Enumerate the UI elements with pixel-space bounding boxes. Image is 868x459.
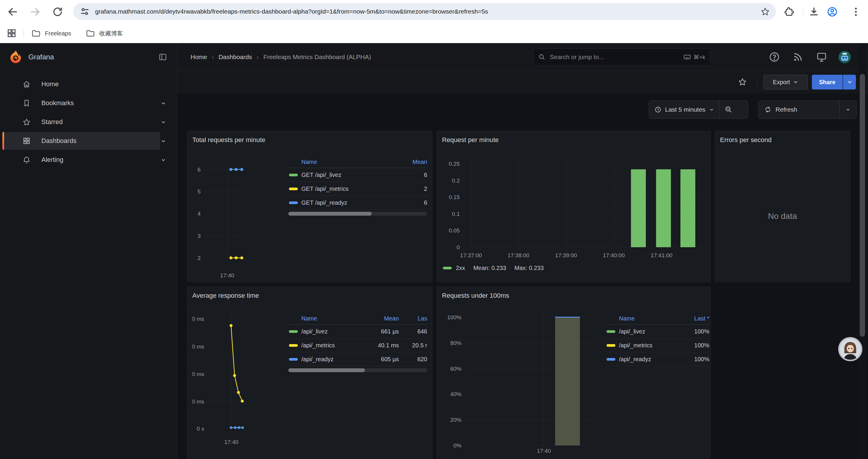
chevron-down-icon[interactable] — [161, 120, 166, 125]
floating-assistant-avatar[interactable] — [840, 338, 861, 360]
table-row[interactable]: /api/_metrics40.1 ms20.5 r — [288, 338, 427, 352]
legend-table[interactable]: NameMeanLas/api/_livez661 µs646/api/_met… — [288, 313, 427, 372]
chevron-down-icon[interactable] — [161, 101, 166, 106]
bookmark-folder-label: Freeleaps — [45, 30, 71, 37]
export-button[interactable]: Export — [764, 75, 808, 90]
sidebar-item-bookmarks[interactable]: Bookmarks — [0, 94, 177, 112]
table-scrollbar[interactable] — [288, 368, 427, 372]
table-header[interactable]: Name — [619, 315, 674, 322]
svg-text:0.2: 0.2 — [452, 177, 460, 184]
series-value: 6 — [395, 172, 427, 178]
series-name: /api/_metrics — [619, 342, 674, 349]
time-range-group: Last 5 minutes — [649, 100, 748, 119]
refresh-interval-button[interactable] — [840, 101, 857, 119]
browser-forward-icon[interactable] — [30, 6, 41, 18]
panel-title[interactable]: Total requests per minute — [192, 136, 265, 144]
legend-table[interactable]: NameMeanGET /api/_livez6GET /api/_metric… — [288, 156, 427, 216]
dashboard-toolbar: Export Share — [177, 71, 868, 93]
series-name: /api/_readyz — [619, 356, 674, 363]
table-header[interactable]: Name — [301, 315, 361, 322]
page-scrollbar[interactable] — [859, 43, 866, 459]
zoom-out-button[interactable] — [720, 101, 737, 119]
browser-menu-icon[interactable] — [850, 6, 862, 18]
sidebar-item-alerting[interactable]: Alerting — [0, 150, 177, 169]
sidebar-toggle-icon[interactable] — [158, 53, 167, 61]
search-input[interactable]: ⌘+k — [533, 48, 710, 66]
legend-table[interactable]: NameLast */api/_livez100%/api/_metrics10… — [606, 313, 709, 366]
scrollbar-thumb[interactable] — [860, 74, 865, 337]
panel-avg-response: Average response time 80 ms60 ms40 ms20 … — [187, 287, 432, 459]
panel-title[interactable]: Average response time — [192, 292, 259, 299]
series-value: 40.1 ms — [361, 342, 399, 349]
table-row[interactable]: /api/_livez661 µs646 — [288, 325, 427, 338]
bookmark-folder-freeleaps[interactable]: Freeleaps — [31, 28, 71, 39]
share-menu-button[interactable] — [843, 75, 856, 90]
apps-grid-icon[interactable] — [6, 28, 17, 38]
series-color-chip — [289, 188, 298, 190]
table-scrollbar[interactable] — [288, 212, 427, 216]
share-button[interactable]: Share — [812, 75, 843, 90]
table-row[interactable]: /api/_metrics100% — [606, 338, 709, 352]
series-value: 620 — [399, 356, 427, 363]
browser-back-icon[interactable] — [7, 6, 18, 18]
svg-text:17:37:00: 17:37:00 — [460, 252, 482, 258]
sidebar-item-label: Dashboards — [41, 131, 76, 150]
chevron-down-icon[interactable] — [161, 138, 166, 144]
table-row[interactable]: GET /api/_readyz6 — [288, 196, 427, 210]
bookmark-star-icon[interactable] — [761, 7, 770, 16]
breadcrumb-current: Freeleaps Metrics Dashboard (ALPHA) — [264, 54, 371, 60]
grafana-logo-icon[interactable] — [8, 50, 23, 64]
browser-reload-icon[interactable] — [52, 6, 63, 18]
panel-title[interactable]: Request per minute — [442, 136, 499, 144]
breadcrumb-dashboards[interactable]: Dashboards — [219, 54, 252, 60]
breadcrumb-home[interactable]: Home — [191, 54, 207, 60]
address-bar[interactable]: grafana.mathmast.com/d/deytv4rwavabkb/fr… — [73, 3, 776, 20]
chevron-down-icon[interactable] — [161, 157, 166, 163]
total-requests-chart: 6543217:40 — [192, 160, 248, 280]
breadcrumb: Home›Dashboards›Freeleaps Metrics Dashbo… — [191, 43, 371, 71]
refresh-button[interactable]: Refresh — [758, 101, 839, 119]
time-range-picker[interactable]: Last 5 minutes — [649, 101, 719, 119]
svg-text:17:39:00: 17:39:00 — [555, 252, 577, 258]
zoom-out-icon — [725, 106, 733, 113]
table-row[interactable]: GET /api/_livez6 — [288, 168, 427, 182]
table-row[interactable]: /api/_readyz100% — [606, 352, 709, 366]
profile-icon[interactable] — [827, 6, 838, 18]
sidebar-item-starred[interactable]: Starred — [0, 112, 177, 131]
favorite-star-icon[interactable] — [738, 77, 747, 86]
table-row[interactable]: GET /api/_metrics2 — [288, 182, 427, 196]
download-icon[interactable] — [808, 6, 819, 18]
svg-text:0.1: 0.1 — [452, 211, 460, 217]
user-avatar[interactable] — [838, 51, 851, 63]
table-header[interactable]: Name — [301, 159, 395, 165]
series-color-chip — [289, 201, 298, 204]
svg-text:17:40: 17:40 — [224, 439, 239, 445]
table-header[interactable]: Last * — [674, 315, 709, 322]
news-rss-icon[interactable] — [793, 52, 804, 63]
bookmark-folder-label: 收藏博客 — [99, 30, 123, 37]
active-accent-bar — [2, 132, 4, 150]
url-text[interactable]: grafana.mathmast.com/d/deytv4rwavabkb/fr… — [95, 8, 761, 15]
table-row[interactable]: /api/_livez100% — [606, 325, 709, 338]
sidebar-item-label: Home — [41, 75, 59, 94]
help-icon[interactable] — [769, 52, 780, 63]
table-header[interactable]: Las — [399, 315, 427, 322]
table-header[interactable]: Mean — [395, 159, 427, 165]
sidebar-item-home[interactable]: Home — [0, 75, 177, 94]
sidebar-item-dashboards[interactable]: Dashboards — [0, 131, 177, 150]
svg-text:4: 4 — [197, 210, 200, 217]
tune-icon[interactable] — [80, 6, 90, 17]
table-header[interactable]: Mean — [361, 315, 399, 322]
legend-2xx[interactable]: 2xx Mean: 0.233 Max: 0.233 — [443, 265, 544, 271]
panel-title[interactable]: Errors per second — [720, 136, 772, 144]
bookmark-folder-blogs[interactable]: 收藏博客 — [86, 28, 123, 39]
no-data-message: No data — [715, 211, 850, 221]
svg-text:0.15: 0.15 — [449, 194, 460, 200]
series-name: /api/_livez — [619, 328, 674, 335]
request-per-minute-chart: 0.250.20.150.10.05017:37:0017:38:0017:39… — [442, 160, 706, 266]
table-row[interactable]: /api/_readyz605 µs620 — [288, 352, 427, 366]
panel-title[interactable]: Requests under 100ms — [442, 292, 509, 299]
monitor-icon[interactable] — [816, 52, 827, 63]
breadcrumb-separator: › — [207, 54, 219, 60]
extensions-icon[interactable] — [783, 6, 795, 18]
